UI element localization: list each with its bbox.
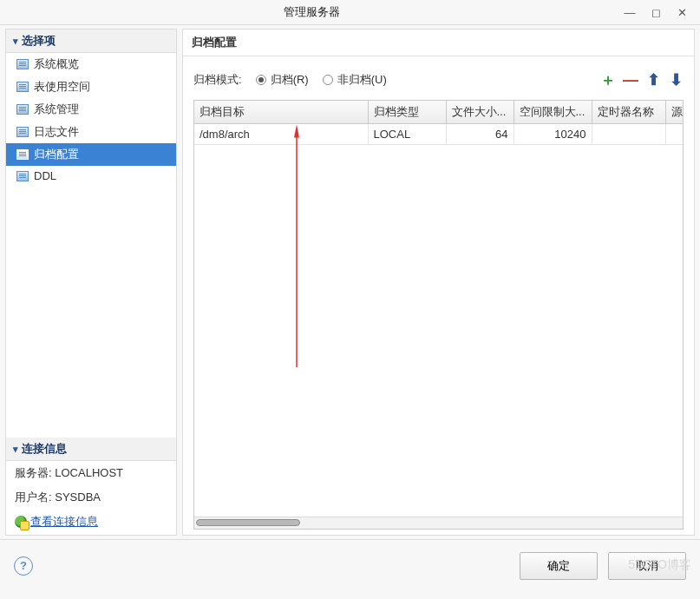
annotation-arrow [288,124,323,376]
mode-label: 归档模式: [193,72,242,88]
page-icon [16,104,29,115]
sidebar-item-1[interactable]: 表使用空间 [6,76,176,98]
sidebar-item-4[interactable]: 归档配置 [6,143,176,166]
sidebar-conn-header[interactable]: ▾ 连接信息 [6,438,176,461]
col-header[interactable]: 定时器名称 [592,101,665,124]
collapse-icon: ▾ [13,36,18,47]
col-header[interactable]: 源 [665,101,684,124]
page-icon [16,82,29,92]
page-icon [16,171,29,181]
view-conn-link[interactable]: 查看连接信息 [15,514,98,530]
remove-icon[interactable]: — [623,72,638,88]
window-title: 管理服务器 [0,4,624,20]
col-header[interactable]: 空间限制大... [514,101,592,124]
help-icon[interactable]: ? [14,556,33,576]
radio-noarchive[interactable]: 非归档(U) [323,72,387,88]
add-icon[interactable]: ＋ [600,72,616,88]
cancel-button[interactable]: 取消 [608,552,686,580]
radio-archive[interactable]: 归档(R) [256,72,309,88]
page-icon [16,127,29,137]
sidebar-item-0[interactable]: 系统概览 [6,53,176,76]
maximize-icon[interactable]: ◻ [650,6,662,19]
table-row[interactable]: /dm8/archLOCAL6410240 [194,124,683,145]
sidebar-item-3[interactable]: 日志文件 [6,121,176,143]
arrow-down-icon[interactable]: ⬇ [668,72,684,88]
arrow-up-icon[interactable]: ⬆ [645,72,661,88]
col-header[interactable]: 归档类型 [368,101,446,124]
minimize-icon[interactable]: — [624,6,636,19]
conn-user: 用户名: SYSDBA [6,485,176,510]
sidebar-item-2[interactable]: 系统管理 [6,98,176,121]
page-icon [16,149,29,160]
conn-server: 服务器: LOCALHOST [6,461,176,485]
connection-icon [15,516,27,528]
sidebar-item-5[interactable]: DDL [6,166,176,186]
collapse-icon: ▾ [13,444,18,455]
ok-button[interactable]: 确定 [520,552,598,580]
page-icon [16,59,29,69]
panel-title: 归档配置 [183,30,694,56]
close-icon[interactable]: ✕ [676,6,688,19]
col-header[interactable]: 文件大小... [446,101,514,124]
col-header[interactable]: 归档目标 [194,101,368,124]
sidebar-select-header[interactable]: ▾ 选择项 [6,30,176,53]
archive-table[interactable]: 归档目标归档类型文件大小...空间限制大...定时器名称源 /dm8/archL… [193,100,684,530]
horizontal-scrollbar[interactable] [194,517,683,529]
